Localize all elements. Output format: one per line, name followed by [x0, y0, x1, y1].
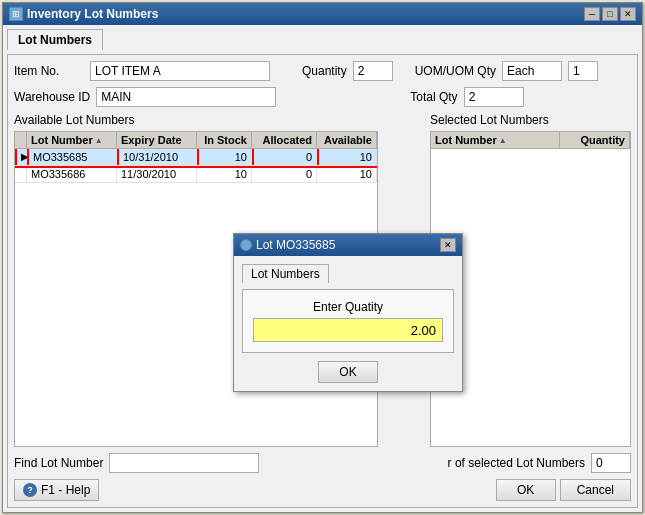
- available-header[interactable]: Available: [317, 132, 377, 148]
- lot-number-cell: MO335686: [27, 166, 117, 182]
- bottom-row: Find Lot Number r of selected Lot Number…: [14, 453, 631, 473]
- selected-lot-header[interactable]: Lot Number: [431, 132, 560, 148]
- row-indicator: [15, 166, 27, 182]
- in-stock-header[interactable]: In Stock: [197, 132, 252, 148]
- expiry-date-cell: 11/30/2010: [117, 166, 197, 182]
- allocated-cell: 0: [252, 166, 317, 182]
- expiry-date-header[interactable]: Expiry Date: [117, 132, 197, 148]
- selected-section-label: Selected Lot Numbers: [430, 113, 631, 127]
- uom-field[interactable]: [502, 61, 562, 81]
- quantity-field[interactable]: [353, 61, 393, 81]
- available-table-header: Lot Number Expiry Date In Stock Allocate…: [15, 132, 377, 149]
- enter-qty-label: Enter Quatity: [253, 300, 443, 314]
- selected-qty-header[interactable]: Quantity: [560, 132, 630, 148]
- window-title: Inventory Lot Numbers: [27, 7, 158, 21]
- lot-number-cell: MO335685: [27, 149, 117, 165]
- window-icon: ⊞: [9, 7, 23, 21]
- find-lot-label: Find Lot Number: [14, 456, 103, 470]
- uom-qty-field[interactable]: [568, 61, 598, 81]
- dialog-title-bar: Lot MO335685 ✕: [234, 234, 462, 256]
- available-section-label: Available Lot Numbers: [14, 113, 378, 127]
- title-bar: ⊞ Inventory Lot Numbers ─ □ ✕: [3, 3, 642, 25]
- indicator-col-header: [15, 132, 27, 148]
- stock-cell: 10: [197, 166, 252, 182]
- lot-dialog: Lot MO335685 ✕ Lot Numbers Enter Quatity…: [233, 233, 463, 392]
- dialog-ok-button[interactable]: OK: [318, 361, 378, 383]
- dialog-tab-lot-numbers[interactable]: Lot Numbers: [242, 264, 329, 283]
- dialog-icon: [240, 239, 252, 251]
- warehouse-label: Warehouse ID: [14, 90, 90, 104]
- qty-input[interactable]: [253, 318, 443, 342]
- warehouse-row: Warehouse ID Total Qty: [14, 87, 631, 107]
- uom-label: UOM/UOM Qty: [415, 64, 496, 78]
- available-cell: 10: [317, 166, 377, 182]
- cancel-button[interactable]: Cancel: [560, 479, 631, 501]
- total-qty-label: Total Qty: [410, 90, 457, 104]
- dialog-tab-bar: Lot Numbers: [242, 264, 454, 283]
- dialog-close-button[interactable]: ✕: [440, 238, 456, 252]
- main-window: ⊞ Inventory Lot Numbers ─ □ ✕ Lot Number…: [2, 2, 643, 513]
- dialog-ok-row: OK: [242, 361, 454, 383]
- ok-button[interactable]: OK: [496, 479, 556, 501]
- find-lot-input[interactable]: [109, 453, 259, 473]
- tab-lot-numbers[interactable]: Lot Numbers: [7, 29, 103, 50]
- minimize-button[interactable]: ─: [584, 7, 600, 21]
- num-selected-field[interactable]: [591, 453, 631, 473]
- action-row: ? F1 - Help OK Cancel: [14, 479, 631, 501]
- item-row: Item No. Quantity UOM/UOM Qty: [14, 61, 631, 81]
- available-cell: 10: [317, 149, 377, 165]
- lot-number-header[interactable]: Lot Number: [27, 132, 117, 148]
- table-row[interactable]: MO335686 11/30/2010 10 0 10: [15, 166, 377, 183]
- tab-bar: Lot Numbers: [7, 29, 638, 50]
- row-indicator: ▶: [15, 149, 27, 165]
- help-icon: ?: [23, 483, 37, 497]
- total-qty-field[interactable]: [464, 87, 524, 107]
- num-selected-label: r of selected Lot Numbers: [448, 456, 585, 470]
- allocated-header[interactable]: Allocated: [252, 132, 317, 148]
- selected-table-header: Lot Number Quantity: [431, 132, 630, 149]
- table-row[interactable]: ▶ MO335685 10/31/2010 10 0 10: [15, 149, 377, 166]
- maximize-button[interactable]: □: [602, 7, 618, 21]
- dialog-title-text: Lot MO335685: [256, 238, 335, 252]
- dialog-content: Lot Numbers Enter Quatity OK: [234, 256, 462, 391]
- item-no-label: Item No.: [14, 64, 84, 78]
- quantity-label: Quantity: [302, 64, 347, 78]
- help-label: F1 - Help: [41, 483, 90, 497]
- help-button[interactable]: ? F1 - Help: [14, 479, 99, 501]
- warehouse-field[interactable]: [96, 87, 276, 107]
- item-no-field[interactable]: [90, 61, 270, 81]
- dialog-inner: Enter Quatity: [242, 289, 454, 353]
- stock-cell: 10: [197, 149, 252, 165]
- expiry-date-cell: 10/31/2010: [117, 149, 197, 165]
- close-button[interactable]: ✕: [620, 7, 636, 21]
- allocated-cell: 0: [252, 149, 317, 165]
